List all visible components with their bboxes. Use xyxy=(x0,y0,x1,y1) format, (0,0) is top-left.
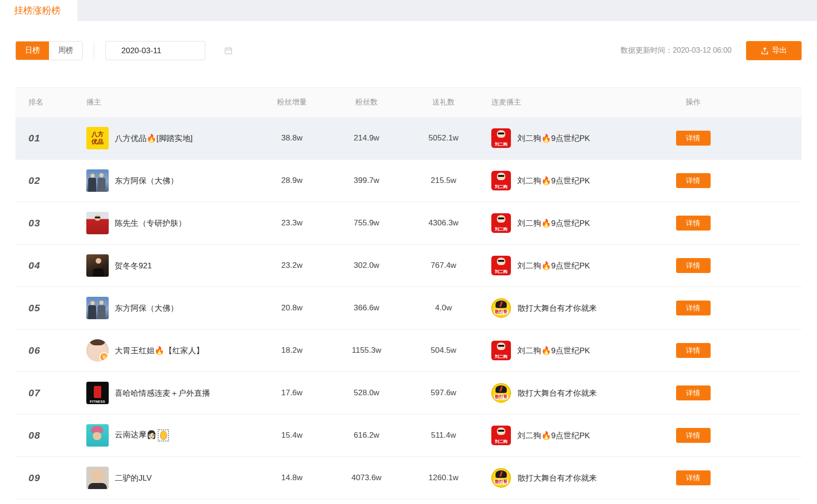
broadcaster-name: 东方阿保（大佛） xyxy=(115,175,178,186)
leaderboard-table: 排名 播主 粉丝增量 粉丝数 送礼数 连麦播主 操作 01 八方优品🔥[脚踏实地… xyxy=(15,87,802,499)
broadcaster-name-text: 喜哈哈情感连麦＋户外直播 xyxy=(115,389,210,398)
rank-value: 03 xyxy=(15,217,74,229)
tab-leaderboard[interactable]: 挂榜涨粉榜 xyxy=(0,0,77,21)
header-cohost: 连麦播主 xyxy=(477,98,664,107)
fan-count-value: 214.9w xyxy=(323,133,410,143)
table-row: 07 喜哈哈情感连麦＋户外直播 17.6w 528.0w 597.6w 散打哥 … xyxy=(15,372,802,414)
detail-button[interactable]: 详情 xyxy=(676,343,711,358)
broadcaster-cell: 贺冬冬921 xyxy=(74,254,260,277)
fan-increase-value: 38.8w xyxy=(260,133,323,143)
export-icon xyxy=(761,47,768,55)
gift-count-value: 4306.3w xyxy=(410,218,477,228)
calendar-icon[interactable] xyxy=(224,47,232,55)
broadcaster-name: 东方阿保（大佛） xyxy=(115,303,178,314)
gift-count-value: 215.5w xyxy=(410,176,477,185)
header-action: 操作 xyxy=(664,98,722,107)
cohost-cell: 散打哥 散打大舞台有才你就来 xyxy=(477,383,664,403)
gift-count-value: 597.6w xyxy=(410,388,477,398)
cohost-name: 刘二狗🔥9点世纪PK xyxy=(517,218,590,229)
broadcaster-avatar xyxy=(86,254,109,277)
detail-button[interactable]: 详情 xyxy=(676,131,711,146)
table-row: 09 二驴的JLV 14.8w 4073.6w 1260.1w 散打哥 散打大舞… xyxy=(15,457,802,499)
broadcaster-name: 云南达摩👩🏻 xyxy=(115,429,169,441)
table-row: 02 东方阿保（大佛） 28.9w 399.7w 215.5w 刘二狗 刘二狗🔥… xyxy=(15,160,802,202)
broadcaster-name: 大胃王红姐🔥【红家人】 xyxy=(115,345,204,356)
gift-count-value: 511.4w xyxy=(410,431,477,440)
table-row: 05 东方阿保（大佛） 20.8w 366.6w 4.0w 散打哥 散打大舞台有… xyxy=(15,287,802,329)
detail-button[interactable]: 详情 xyxy=(676,216,711,231)
cohost-avatar: 刘二狗 xyxy=(491,213,511,233)
cohost-avatar-label: 散打哥 xyxy=(494,394,508,399)
table-row: 08 云南达摩👩🏻 15.4w 616.2w 511.4w 刘二狗 刘二狗🔥9点… xyxy=(15,414,802,457)
rank-value: 04 xyxy=(15,260,74,271)
tab-bar: 挂榜涨粉榜 xyxy=(0,0,817,21)
table-header: 排名 播主 粉丝增量 粉丝数 送礼数 连麦播主 操作 xyxy=(15,87,802,117)
gift-count-value: 767.4w xyxy=(410,261,477,270)
cohost-avatar: 刘二狗 xyxy=(491,128,511,148)
cohost-cell: 刘二狗 刘二狗🔥9点世纪PK xyxy=(477,171,664,190)
cohost-avatar: 刘二狗 xyxy=(491,256,511,275)
broadcaster-avatar xyxy=(86,127,109,149)
rank-value: 05 xyxy=(15,302,74,314)
date-picker[interactable] xyxy=(105,41,205,60)
broadcaster-cell: 东方阿保（大佛） xyxy=(74,169,260,192)
broadcaster-cell: 大胃王红姐🔥【红家人】 xyxy=(74,339,260,362)
broadcaster-name: 二驴的JLV xyxy=(115,473,152,483)
detail-button[interactable]: 详情 xyxy=(676,428,711,443)
broadcaster-name-text: 陈先生（专研护肤） xyxy=(115,219,186,228)
cohost-name: 刘二狗🔥9点世纪PK xyxy=(517,175,590,186)
cohost-cell: 刘二狗 刘二狗🔥9点世纪PK xyxy=(477,426,664,445)
cohost-avatar: 刘二狗 xyxy=(491,171,511,190)
cohost-name: 刘二狗🔥9点世纪PK xyxy=(517,133,590,144)
detail-button[interactable]: 详情 xyxy=(676,301,711,315)
cohost-avatar: 散打哥 xyxy=(491,468,511,488)
broadcaster-name-text: 云南达摩👩🏻 xyxy=(115,430,156,439)
broadcaster-cell: 八方优品🔥[脚踏实地] xyxy=(74,127,260,149)
cohost-avatar: 刘二狗 xyxy=(491,341,511,360)
cohost-name: 散打大舞台有才你就来 xyxy=(517,388,597,399)
cohost-cell: 散打哥 散打大舞台有才你就来 xyxy=(477,468,664,488)
fan-count-value: 4073.6w xyxy=(323,473,410,483)
table-row: 03 陈先生（专研护肤） 23.3w 755.9w 4306.3w 刘二狗 刘二… xyxy=(15,202,802,245)
fan-increase-value: 28.9w xyxy=(260,176,323,185)
cohost-avatar-label: 刘二狗 xyxy=(491,440,511,444)
cohost-name: 刘二狗🔥9点世纪PK xyxy=(517,260,590,271)
broadcaster-name: 喜哈哈情感连麦＋户外直播 xyxy=(115,388,210,399)
fan-count-value: 755.9w xyxy=(323,218,410,228)
detail-button[interactable]: 详情 xyxy=(676,258,711,273)
broadcaster-cell: 陈先生（专研护肤） xyxy=(74,212,260,234)
table-row: 01 八方优品🔥[脚踏实地] 38.8w 214.9w 5052.1w 刘二狗 … xyxy=(15,117,802,160)
cohost-avatar-label: 散打哥 xyxy=(494,309,508,315)
fan-count-value: 1155.3w xyxy=(323,346,410,355)
header-rank: 排名 xyxy=(15,98,74,107)
broadcaster-cell: 二驴的JLV xyxy=(74,467,260,489)
cohost-name: 刘二狗🔥9点世纪PK xyxy=(517,430,590,441)
cohost-name: 刘二狗🔥9点世纪PK xyxy=(517,345,590,356)
detail-button[interactable]: 详情 xyxy=(676,470,711,485)
fan-increase-value: 14.8w xyxy=(260,473,323,483)
gift-count-value: 1260.1w xyxy=(410,473,477,483)
daily-rank-button[interactable]: 日榜 xyxy=(16,42,49,60)
fan-increase-value: 17.6w xyxy=(260,388,323,398)
fan-count-value: 399.7w xyxy=(323,176,410,185)
detail-button[interactable]: 详情 xyxy=(676,385,711,400)
broadcaster-cell: 东方阿保（大佛） xyxy=(74,297,260,319)
cohost-cell: 散打哥 散打大舞台有才你就来 xyxy=(477,298,664,318)
cohost-avatar: 散打哥 xyxy=(491,383,511,403)
broadcaster-name: 贺冬冬921 xyxy=(115,260,152,271)
update-time-label: 数据更新时间： xyxy=(621,46,673,54)
update-time-value: 2020-03-12 06:00 xyxy=(673,46,732,54)
cohost-avatar-label: 刘二狗 xyxy=(491,142,511,147)
rank-value: 09 xyxy=(15,472,74,483)
export-button[interactable]: 导出 xyxy=(746,41,802,60)
rank-value: 02 xyxy=(15,175,74,186)
fan-count-value: 616.2w xyxy=(323,431,410,440)
broadcaster-name: 陈先生（专研护肤） xyxy=(115,218,186,229)
broadcaster-cell: 云南达摩👩🏻 xyxy=(74,424,260,447)
weekly-rank-button[interactable]: 周榜 xyxy=(49,42,82,60)
broadcaster-name-text: 贺冬冬921 xyxy=(115,261,152,270)
detail-button[interactable]: 详情 xyxy=(676,173,711,188)
date-input[interactable] xyxy=(121,46,224,56)
gift-count-value: 5052.1w xyxy=(410,133,477,143)
table-body: 01 八方优品🔥[脚踏实地] 38.8w 214.9w 5052.1w 刘二狗 … xyxy=(15,117,802,499)
